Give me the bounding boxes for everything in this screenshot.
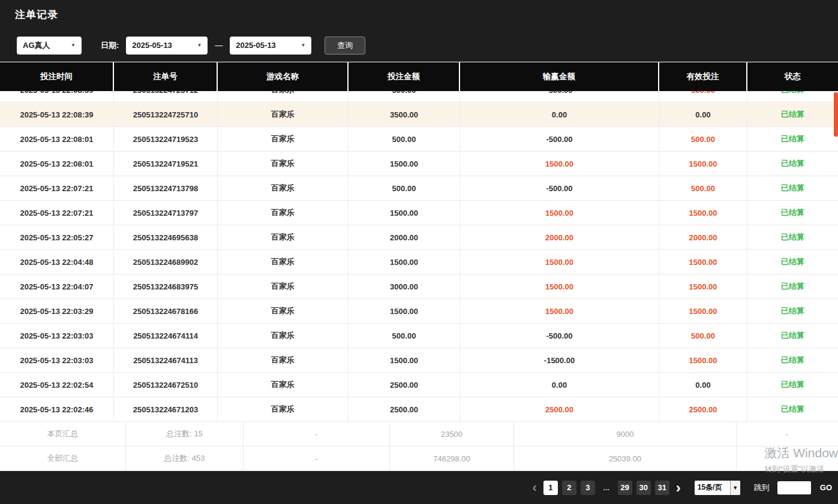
table-cell: 已结算 [747,152,838,176]
table-cell: 百家乐 [218,299,349,323]
table-cell: 百家乐 [218,102,349,126]
table-row[interactable]: 2025-05-13 22:07:21250513224713797百家乐150… [0,201,838,225]
table-cell: 1500.00 [349,152,460,176]
summary-cell [737,446,838,470]
page-title: 注单记录 [15,8,58,22]
table-row[interactable]: 2025-05-13 22:03:03250513224674113百家乐150… [0,348,838,373]
page-button[interactable]: 30 [636,481,651,495]
page-button[interactable]: 1 [543,481,558,495]
table-cell: 1500.00 [659,201,747,225]
page-button[interactable]: 29 [618,481,632,495]
table-row[interactable]: 2025-05-13 22:08:39250513224725712百家乐500… [0,91,838,102]
go-button[interactable]: GO [820,483,832,492]
column-header: 投注金额 [349,62,460,91]
table-cell: 500.00 [349,324,460,348]
table-cell: 百家乐 [218,91,349,102]
jump-input[interactable] [777,481,811,494]
page-button[interactable]: 31 [655,481,669,495]
table-cell: 已结算 [747,250,838,274]
table-cell: 已结算 [747,225,838,249]
table-cell: 已结算 [747,348,838,372]
summary-cell: 746298.00 [390,446,514,470]
table-cell: 2025-05-13 22:08:39 [0,91,114,102]
table-cell: 2500.00 [460,397,659,421]
column-header: 有效投注 [659,62,747,91]
date-from-value: 2025-05-13 [132,41,172,50]
table-row[interactable]: 2025-05-13 22:08:01250513224719523百家乐500… [0,127,838,152]
table-cell: 250513224725710 [114,102,218,126]
table-cell: 已结算 [747,201,838,225]
table-cell: 250513224719523 [114,127,218,151]
date-from-select[interactable]: 2025-05-13 ▼ [126,37,208,55]
table-cell: 百家乐 [218,324,349,348]
table-cell: 250513224713797 [114,201,218,225]
table-row[interactable]: 2025-05-13 22:04:07250513224683975百家乐300… [0,274,838,299]
page-buttons: 123...293031 [543,481,669,495]
table-cell: 已结算 [747,373,838,397]
table-cell: 2500.00 [349,397,460,421]
table-cell: 百家乐 [218,348,349,372]
page-button[interactable]: 2 [562,481,576,495]
table-cell: 1500.00 [460,274,659,298]
table-cell: 500.00 [349,91,460,102]
table-cell: 500.00 [349,176,460,200]
table-cell: 已结算 [747,324,838,348]
table-row[interactable]: 2025-05-13 22:03:03250513224674114百家乐500… [0,324,838,348]
column-header: 输赢金额 [460,62,659,91]
table-cell: 500.00 [659,176,747,200]
date-to-select[interactable]: 2025-05-13 ▼ [230,37,311,55]
table-cell: 百家乐 [218,373,349,397]
chevron-down-icon: ▼ [197,43,202,48]
table-row[interactable]: 2025-05-13 22:08:01250513224719521百家乐150… [0,152,838,176]
table-cell: 2000.00 [349,225,460,249]
table-cell: 已结算 [747,397,838,421]
table-cell: 已结算 [747,102,838,126]
table-cell: 2025-05-13 22:03:29 [0,299,114,323]
table-row[interactable]: 2025-05-13 22:05:27250513224695638百家乐200… [0,225,838,250]
column-header: 状态 [747,62,838,91]
table-row[interactable]: 2025-05-13 22:04:48250513224689902百家乐150… [0,250,838,274]
table-cell: -500.00 [460,176,659,200]
table-cell: 1500.00 [460,201,659,225]
table-cell: 2025-05-13 22:04:07 [0,274,114,298]
table-cell: 1500.00 [460,299,659,323]
date-label: 日期: [101,40,119,51]
platform-select-value: AG真人 [23,40,50,51]
table-row[interactable]: 2025-05-13 22:08:39250513224725710百家乐350… [0,102,838,127]
summary-cell: 25039.00 [514,446,737,470]
table-cell: 1500.00 [460,250,659,274]
table-row[interactable]: 2025-05-13 22:03:29250513224678166百家乐150… [0,299,838,324]
table-cell: 已结算 [747,91,838,102]
bet-records-app: 注单记录 AG真人 ▼ 日期: 2025-05-13 ▼ — 2025-05-1… [0,0,838,504]
next-page-button[interactable]: › [674,481,683,494]
table-cell: 250513224683975 [114,274,218,298]
table-row[interactable]: 2025-05-13 22:02:54250513224672510百家乐250… [0,373,838,397]
table-cell: 2025-05-13 22:04:48 [0,250,114,274]
table-cell: 1500.00 [460,152,659,176]
table-cell: 3000.00 [349,274,460,298]
title-bar: 注单记录 [0,0,838,29]
table-cell: 1500.00 [659,152,747,176]
table-row[interactable]: 2025-05-13 22:07:21250513224713798百家乐500… [0,176,838,201]
table-row[interactable]: 2025-05-13 22:02:46250513224671203百家乐250… [0,397,838,422]
page-size-select[interactable]: 15条/页 ▼ [695,481,740,495]
table-cell: 250513224671203 [114,397,218,421]
prev-page-button[interactable]: ‹ [530,481,539,494]
table-cell: 2000.00 [460,225,659,249]
table-cell: 1500.00 [659,250,747,274]
table-cell: 2025-05-13 22:08:01 [0,127,114,151]
table-cell: 1500.00 [349,348,460,372]
table-cell: 2025-05-13 22:02:54 [0,373,114,397]
page-button[interactable]: 3 [581,481,595,495]
scrollbar-thumb[interactable] [834,92,838,137]
table-cell: 2025-05-13 22:08:39 [0,102,114,126]
table-cell: 250513224678166 [114,299,218,323]
table-cell: 百家乐 [218,274,349,298]
table-cell: 3500.00 [349,102,460,126]
summary-row: 本页汇总总注数: 15-235009000- [0,422,838,446]
table-header-row: 投注时间注单号游戏名称投注金额输赢金额有效投注状态 [0,62,838,91]
platform-select[interactable]: AG真人 ▼ [17,37,82,55]
summary-cell: 本页汇总 [0,422,126,446]
query-button[interactable]: 查询 [325,37,365,55]
table-cell: 250513224695638 [114,225,218,249]
